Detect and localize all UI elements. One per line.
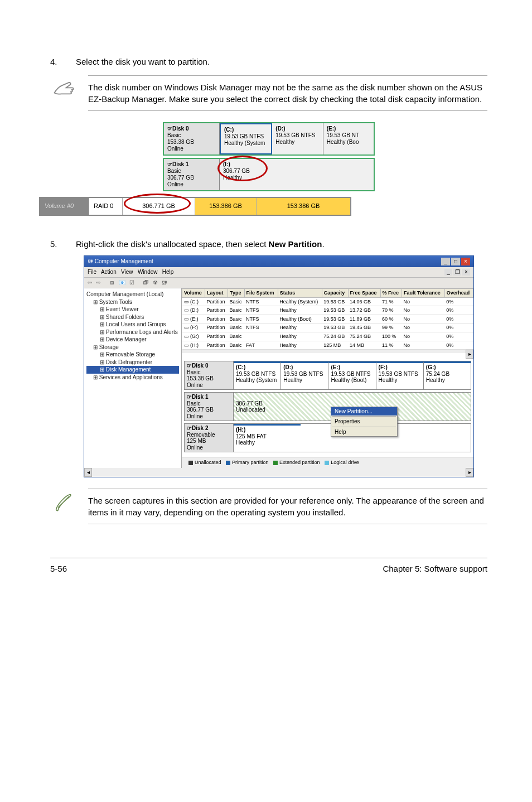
tree-item[interactable]: ⊞ Disk Defragmenter [86, 359, 179, 366]
legend-label: Logical drive [331, 460, 359, 465]
title-bar[interactable]: 🖳 Computer Management _□× [84, 256, 473, 267]
tree-item[interactable]: ⊞ Local Users and Groups [86, 321, 179, 328]
nav-tree[interactable]: Computer Management (Local)⊞ System Tool… [84, 288, 182, 468]
scroll-right-button[interactable]: ▸ [466, 350, 473, 359]
table-col[interactable]: Layout [205, 289, 228, 298]
table-cell [244, 332, 278, 341]
table-cell: 0% [444, 341, 473, 350]
partition-c[interactable]: (C:) 19.53 GB NTFS Healthy (System [220, 123, 272, 154]
table-cell: No [402, 297, 445, 306]
step-text: Right-click the disk's unallocated space… [76, 238, 487, 250]
maximize-button[interactable]: □ [451, 258, 460, 265]
table-cell: Basic [228, 323, 245, 332]
table-cell: 11 % [380, 341, 402, 350]
partition-h[interactable]: (H:)125 MB FATHealthy [234, 424, 301, 452]
legend-swatch [325, 461, 329, 465]
table-cell: 0% [444, 323, 473, 332]
partition-d[interactable]: (D:) 19.53 GB NTFS Healthy [272, 123, 323, 154]
table-cell: No [402, 323, 445, 332]
table-row[interactable]: ▭ (E:)PartitionBasicNTFSHealthy (Boot)19… [182, 315, 473, 323]
table-col[interactable]: % Free [380, 289, 402, 298]
table-cell: Basic [228, 297, 245, 306]
context-properties[interactable]: Properties [331, 417, 397, 426]
toolbar: ⇦ ⇨ 🗉 📧 ☑ 🗊 ☢ 🖳 [84, 278, 473, 288]
tree-item[interactable]: Computer Management (Local) [86, 291, 179, 298]
tree-item[interactable]: ⊞ Removable Storage [86, 351, 179, 359]
partition-e[interactable]: (E:)19.53 GB NTFSHealthy (Boot) [328, 361, 376, 389]
raid-bar: Volume #0 RAID 0 306.771 GB 153.386 GB 1… [39, 197, 351, 216]
context-new-partition[interactable]: New Partition... [331, 407, 397, 416]
table-col[interactable]: File System [244, 289, 278, 298]
content-pane: VolumeLayoutTypeFile SystemStatusCapacit… [182, 288, 473, 468]
table-cell: Healthy [278, 323, 322, 332]
tree-item[interactable]: ⊞ Performance Logs and Alerts [86, 328, 179, 336]
table-row[interactable]: ▭ (H:)PartitionBasicFATHealthy125 MB14 M… [182, 341, 473, 350]
table-row[interactable]: ▭ (F:)PartitionBasicNTFSHealthy19.53 GB1… [182, 323, 473, 332]
mdi-minimize-button[interactable]: _ [444, 269, 452, 276]
tree-item[interactable]: ⊞ Shared Folders [86, 313, 179, 321]
table-row[interactable]: ▭ (C:)PartitionBasicNTFSHealthy (System)… [182, 297, 473, 306]
unallocated-space[interactable]: 306.77 GB Unallocated New Partition... P… [234, 393, 471, 421]
legend-label: Extended partition [279, 460, 321, 465]
tree-item[interactable]: ⊞ Event Viewer [86, 306, 179, 313]
mdi-restore-button[interactable]: ❐ [453, 269, 461, 276]
table-col[interactable]: Type [228, 289, 245, 298]
table-cell: 14 MB [348, 341, 380, 350]
tree-item[interactable]: ⊞ System Tools [86, 298, 179, 306]
partition-d[interactable]: (D:)19.53 GB NTFSHealthy [281, 361, 328, 389]
tree-item[interactable]: ⊞ Storage [86, 344, 179, 351]
menu-window[interactable]: Window [138, 269, 158, 275]
table-cell: 75.24 GB [322, 332, 348, 341]
partition-drive: (I:) [223, 161, 230, 167]
mdi-buttons: _❐× [443, 268, 470, 276]
table-cell: Healthy (Boot) [278, 315, 322, 323]
legend-label: Unallocated [195, 460, 223, 465]
partition-status: Healthy [275, 139, 294, 145]
menu-file[interactable]: File [88, 269, 96, 275]
partition-g[interactable]: (G:)75.24 GBHealthy [424, 361, 471, 389]
partition-size: 19.53 GB NTFS [224, 133, 264, 139]
scroll-right-button[interactable]: ▸ [466, 468, 473, 477]
legend-swatch [273, 461, 278, 465]
menu-help[interactable]: Help [162, 269, 174, 275]
partition-i[interactable]: (I:) 306.77 GB Healthy [220, 159, 374, 190]
partition-f[interactable]: (F:)19.53 GB NTFSHealthy [376, 361, 424, 389]
step-text-part: Right-click the disk's unallocated space… [76, 239, 269, 249]
menu-action[interactable]: Action [101, 269, 117, 275]
table-col[interactable]: Free Space [348, 289, 380, 298]
mdi-close-button[interactable]: × [462, 269, 470, 276]
page-number: 5-56 [50, 563, 67, 574]
legend-swatch [226, 461, 230, 465]
table-cell: ▭ (E:) [182, 315, 205, 323]
table-col[interactable]: Fault Tolerance [402, 289, 445, 298]
legend-swatch [188, 461, 193, 465]
table-cell: 71 % [380, 297, 402, 306]
disk-graphic-area: ☞Disk 0 Basic 153.38 GB Online (C:)19.53… [182, 359, 473, 457]
partition-e[interactable]: (E:) 19.53 GB NT Healthy (Boo [323, 123, 374, 154]
table-col[interactable]: Capacity [322, 289, 348, 298]
step-number: 4. [50, 56, 61, 67]
window-buttons: _□× [440, 258, 470, 265]
context-help[interactable]: Help [331, 428, 397, 437]
table-col[interactable]: Volume [182, 289, 205, 298]
disk-1-row: ☞Disk 1 Basic 306.77 GB Online 306.77 GB… [184, 392, 471, 421]
table-row[interactable]: ▭ (D:)PartitionBasicNTFSHealthy19.53 GB1… [182, 306, 473, 315]
table-col[interactable]: Overhead [444, 289, 473, 298]
table-cell: Healthy [278, 306, 322, 315]
scroll-left-button[interactable]: ◂ [84, 468, 92, 477]
table-cell: 19.53 GB [322, 297, 348, 306]
partition-c[interactable]: (C:)19.53 GB NTFSHealthy (System [234, 361, 281, 389]
tree-item[interactable]: ⊞ Device Manager [86, 336, 179, 344]
raid-free2: 153.386 GB [257, 198, 350, 215]
table-cell: ▭ (F:) [182, 323, 205, 332]
table-col[interactable]: Status [278, 289, 322, 298]
tree-item[interactable]: ⊞ Services and Applications [86, 374, 179, 381]
disk-size: 306.77 GB [167, 175, 194, 181]
minimize-button[interactable]: _ [441, 258, 450, 265]
tree-item[interactable]: ⊞ Disk Management [86, 366, 179, 374]
table-cell: NTFS [244, 297, 278, 306]
menu-view[interactable]: View [121, 269, 133, 275]
close-button[interactable]: × [461, 258, 470, 265]
context-menu: New Partition... Properties Help [331, 407, 398, 437]
table-row[interactable]: ▭ (G:)PartitionBasicHealthy75.24 GB75.24… [182, 332, 473, 341]
